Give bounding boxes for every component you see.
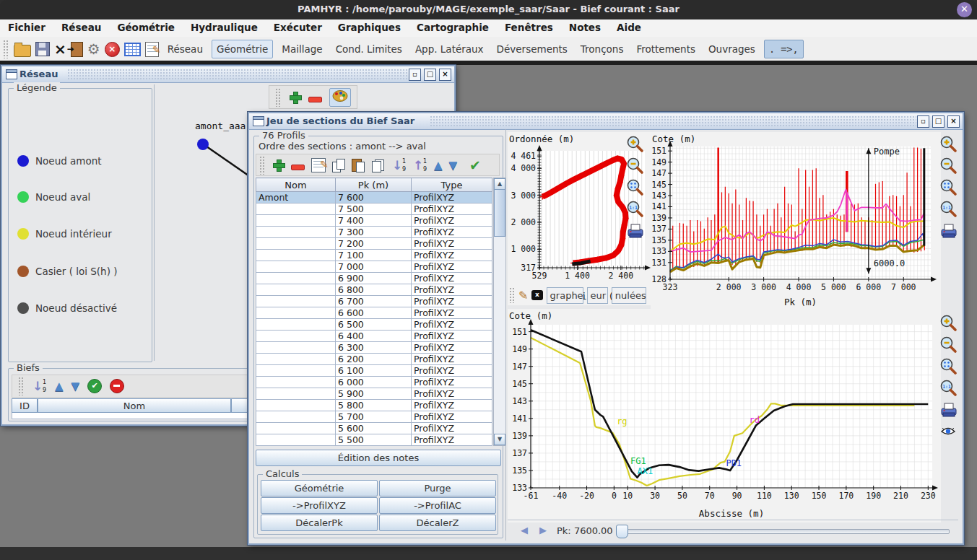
table-icon[interactable] [124,43,141,56]
zoom-1-1-icon[interactable] [939,200,958,219]
toolbar-cond-limites-button[interactable]: Cond. Limites [331,40,407,58]
menu-geometrie[interactable]: Géométrie [109,19,183,33]
tab-eur[interactable]: eur [587,287,608,304]
zoom-out-icon[interactable] [939,336,958,354]
eraser-icon[interactable]: x [531,290,542,300]
biefs-col-id[interactable]: ID [12,398,38,413]
duplicate-icon[interactable] [371,159,386,172]
table-row[interactable]: 6 600ProfilXYZ [256,307,492,319]
zoom-fit-icon[interactable] [626,178,645,197]
disable-bief-icon[interactable] [110,379,124,393]
sections-window[interactable]: Jeu de sections du Bief Saar ▫ □ × 76 Pr… [248,112,964,545]
add-profile-icon[interactable] [272,159,285,171]
print-icon[interactable] [939,401,958,419]
table-row[interactable]: 5 500ProfilXYZ [256,434,492,446]
tab-nulees[interactable]: nulées [612,287,646,304]
longitudinal-chart[interactable]: Pompe6000.03232 0003 0004 0005 0006 0007… [651,132,941,311]
biefs-col-nom[interactable]: Nom [38,398,231,413]
to-profilxyz-button[interactable]: ->ProfilXYZ [261,497,378,514]
scrollbar-thumb[interactable] [494,189,505,237]
edit-profile-icon[interactable] [311,158,326,172]
table-row[interactable]: 6 400ProfilXYZ [256,331,492,342]
table-row[interactable]: 6 800ProfilXYZ [256,284,492,296]
toolbar-separator-button[interactable]: . =>, [764,40,804,58]
open-file-icon[interactable] [14,45,31,57]
cross-section-chart[interactable]: rgFG1AX1PD1rd-61-40-20010305070901101301… [508,309,941,522]
move-profile-down-icon[interactable]: ▼ [449,159,458,172]
table-row[interactable]: 7 100ProfilXYZ [256,250,492,261]
toolbar-ouvrages-button[interactable]: Ouvrages [704,40,760,58]
table-row[interactable]: 7 300ProfilXYZ [256,227,492,238]
zoom-out-icon[interactable] [626,157,645,175]
menu-hydraulique[interactable]: Hydraulique [183,19,266,33]
settings-gear-icon[interactable]: ⚙ [87,42,100,56]
scroll-down-icon[interactable]: ▼ [494,434,505,445]
table-row[interactable]: 5 600ProfilXYZ [256,423,492,434]
table-row[interactable]: Amont7 600ProfilXYZ [256,192,492,204]
menu-graphiques[interactable]: Graphiques [330,19,409,33]
table-row[interactable]: 6 900ProfilXYZ [256,273,492,284]
scroll-up-icon[interactable]: ▲ [494,178,505,190]
paste-icon[interactable] [352,158,365,172]
table-row[interactable]: 7 000ProfilXYZ [256,261,492,273]
table-row[interactable]: 7 500ProfilXYZ [256,204,492,215]
zoom-out-icon[interactable] [939,157,958,175]
close-reseau-window-icon[interactable]: × [439,69,451,81]
geometrie-button[interactable]: Géométrie [261,480,378,496]
menu-notes[interactable]: Notes [561,19,609,33]
menu-fenetres[interactable]: Fenêtres [497,19,561,33]
pk-slider-thumb[interactable] [616,525,628,538]
reseau-window-titlebar[interactable]: Réseau ▫ □ × [2,66,454,83]
decaler-z-button[interactable]: DécalerZ [379,515,496,531]
toolbar-grip[interactable] [259,156,266,175]
notes-icon[interactable] [145,42,159,57]
sections-window-titlebar[interactable]: Jeu de sections du Bief Saar ▫ □ × [249,113,963,130]
menu-cartographie[interactable]: Cartographie [409,19,497,33]
amont-node[interactable] [197,139,209,150]
table-row[interactable]: 5 900ProfilXYZ [256,388,492,400]
tab-graphe[interactable]: graphe [547,287,583,304]
enable-bief-icon[interactable]: ✔ [87,379,102,393]
menu-fichier[interactable]: Fichier [0,19,53,33]
toolbar-app-lateraux-button[interactable]: App. Latéraux [411,40,488,58]
restore-window-icon[interactable]: ▫ [409,69,421,81]
toolbar-frottements-button[interactable]: Frottements [632,40,700,58]
menu-executer[interactable]: Exécuter [266,19,330,33]
copy-icon[interactable] [332,159,345,172]
panel-divider[interactable] [505,129,506,541]
remove-profile-icon[interactable] [291,165,305,170]
print-icon[interactable] [939,222,958,240]
zoom-in-icon[interactable] [626,135,645,154]
purge-button[interactable]: Purge [379,480,496,496]
profiles-table-header[interactable]: Nom Pk (m) Type [256,178,492,192]
edit-notes-button[interactable]: Édition des notes [256,450,501,466]
os-titlebar[interactable]: PAMHYR : /home/parouby/MAGE/exemple_saar… [0,0,977,19]
maximize-window-icon[interactable]: □ [932,115,945,128]
table-row[interactable]: 6 300ProfilXYZ [256,342,492,354]
table-row[interactable]: 6 100ProfilXYZ [256,365,492,377]
table-row[interactable]: 7 200ProfilXYZ [256,238,492,250]
move-profile-up-icon[interactable]: ▲ [434,159,443,172]
zoom-fit-icon[interactable] [939,178,958,197]
toolbar-grip[interactable] [3,40,9,58]
sort-descending-icon[interactable]: ↓19 [392,158,407,172]
table-row[interactable]: 6 700ProfilXYZ [256,296,492,307]
toolbar-geometrie-button[interactable]: Géométrie [212,40,273,58]
table-row[interactable]: 6 200ProfilXYZ [256,354,492,365]
validate-icon[interactable]: ✔ [469,159,481,172]
toolbar-grip[interactable] [509,287,515,303]
toolbar-troncons-button[interactable]: Tronçons [576,40,628,58]
pk-slider-track[interactable] [617,529,950,534]
restore-window-icon[interactable]: ▫ [917,115,929,128]
zoom-1-1-icon[interactable] [939,379,958,398]
decaler-pk-button[interactable]: DécalerPk [261,515,378,531]
close-sections-window-icon[interactable]: × [947,115,960,128]
sort-icon[interactable]: ↓19 [32,379,47,393]
close-window-button[interactable]: ✕ [957,2,972,17]
zoom-1-1-icon[interactable] [626,200,645,219]
maximize-window-icon[interactable]: □ [424,69,436,81]
next-profile-icon[interactable]: ▶ [535,523,551,539]
menu-aide[interactable]: Aide [609,19,649,33]
toolbar-grip[interactable] [18,377,25,395]
move-down-icon[interactable]: ▼ [71,380,80,393]
